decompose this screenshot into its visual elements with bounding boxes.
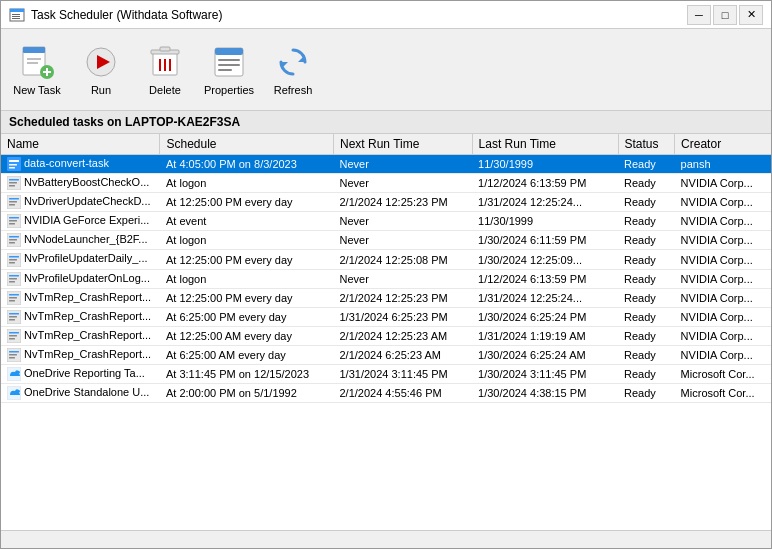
svg-rect-23 [218, 64, 240, 66]
task-last-run-cell: 11/30/1999 [472, 212, 618, 231]
delete-button[interactable]: Delete [133, 34, 197, 106]
task-schedule-cell: At 12:25:00 PM every day [160, 250, 334, 269]
task-name-text: NvProfileUpdaterDaily_... [24, 252, 148, 264]
task-last-run-cell: 1/30/2024 3:11:45 PM [472, 365, 618, 384]
task-status-cell: Ready [618, 193, 675, 212]
task-schedule-cell: At 6:25:00 AM every day [160, 345, 334, 364]
svg-rect-34 [9, 185, 15, 187]
svg-rect-24 [218, 69, 232, 71]
task-row-icon [7, 291, 21, 305]
svg-rect-21 [215, 48, 243, 55]
title-bar-left: Task Scheduler (Withdata Software) [9, 7, 222, 23]
svg-rect-68 [9, 351, 19, 353]
svg-rect-3 [12, 16, 20, 17]
task-next-run-cell: 2/1/2024 6:25:23 AM [334, 345, 473, 364]
task-row-icon [7, 214, 21, 228]
task-name-text: NvNodeLauncher_{B2F... [24, 233, 148, 245]
task-next-run-cell: 1/31/2024 6:25:23 PM [334, 307, 473, 326]
task-schedule-cell: At 6:25:00 PM every day [160, 307, 334, 326]
maximize-button[interactable]: □ [713, 5, 737, 25]
svg-rect-2 [12, 14, 20, 15]
col-header-last[interactable]: Last Run Time [472, 134, 618, 155]
table-row[interactable]: OneDrive Standalone U...At 2:00:00 PM on… [1, 384, 771, 403]
new-task-label: New Task [13, 84, 60, 96]
task-schedule-cell: At 2:00:00 PM on 5/1/1992 [160, 384, 334, 403]
main-window: Task Scheduler (Withdata Software) ─ □ ✕ [0, 0, 772, 549]
properties-button[interactable]: Properties [197, 34, 261, 106]
task-name-text: NvTmRep_CrashReport... [24, 291, 151, 303]
task-name-text: NVIDIA GeForce Experi... [24, 214, 149, 226]
svg-marker-25 [298, 55, 305, 62]
task-table-container[interactable]: Name Schedule Next Run Time Last Run Tim… [1, 134, 771, 530]
task-next-run-cell: Never [334, 155, 473, 174]
task-name-cell: NvProfileUpdaterDaily_... [1, 250, 160, 269]
svg-rect-44 [9, 236, 19, 238]
task-name-cell: NVIDIA GeForce Experi... [1, 212, 160, 231]
task-row-icon [7, 157, 21, 171]
refresh-label: Refresh [274, 84, 313, 96]
svg-rect-42 [9, 223, 15, 225]
svg-rect-38 [9, 204, 15, 206]
task-creator-cell: NVIDIA Corp... [675, 307, 771, 326]
col-header-status[interactable]: Status [618, 134, 675, 155]
svg-rect-46 [9, 242, 15, 244]
task-next-run-cell: Never [334, 231, 473, 250]
table-row[interactable]: NvTmRep_CrashReport...At 12:25:00 AM eve… [1, 326, 771, 345]
task-name-cell: NvTmRep_CrashReport... [1, 345, 160, 364]
table-row[interactable]: NvNodeLauncher_{B2F...At logonNever1/30/… [1, 231, 771, 250]
task-last-run-cell: 11/30/1999 [472, 155, 618, 174]
task-status-cell: Ready [618, 307, 675, 326]
task-name-cell: NvTmRep_CrashReport... [1, 307, 160, 326]
table-row[interactable]: NvBatteryBoostCheckO...At logonNever1/12… [1, 174, 771, 193]
refresh-button[interactable]: Refresh [261, 34, 325, 106]
task-last-run-cell: 1/30/2024 6:25:24 AM [472, 345, 618, 364]
task-row-icon [7, 272, 21, 286]
app-icon [9, 7, 25, 23]
task-name-text: OneDrive Reporting Ta... [24, 367, 145, 379]
table-row[interactable]: NvProfileUpdaterOnLog...At logonNever1/1… [1, 269, 771, 288]
task-last-run-cell: 1/12/2024 6:13:59 PM [472, 174, 618, 193]
task-schedule-cell: At 12:25:00 PM every day [160, 193, 334, 212]
close-button[interactable]: ✕ [739, 5, 763, 25]
table-row[interactable]: OneDrive Reporting Ta...At 3:11:45 PM on… [1, 365, 771, 384]
new-task-button[interactable]: New Task [5, 34, 69, 106]
col-header-next[interactable]: Next Run Time [334, 134, 473, 155]
svg-rect-1 [10, 9, 24, 12]
svg-rect-64 [9, 332, 19, 334]
table-row[interactable]: NvTmRep_CrashReport...At 6:25:00 AM ever… [1, 345, 771, 364]
svg-rect-32 [9, 179, 19, 181]
svg-rect-61 [9, 316, 17, 318]
task-name-text: NvBatteryBoostCheckO... [24, 176, 149, 188]
task-creator-cell: NVIDIA Corp... [675, 345, 771, 364]
task-status-cell: Ready [618, 212, 675, 231]
table-row[interactable]: NVIDIA GeForce Experi...At eventNever11/… [1, 212, 771, 231]
task-next-run-cell: 2/1/2024 12:25:23 PM [334, 193, 473, 212]
svg-rect-45 [9, 239, 17, 241]
task-schedule-cell: At logon [160, 269, 334, 288]
task-status-cell: Ready [618, 288, 675, 307]
task-schedule-cell: At logon [160, 174, 334, 193]
col-header-creator[interactable]: Creator [675, 134, 771, 155]
task-row-icon [7, 195, 21, 209]
task-last-run-cell: 1/31/2024 1:19:19 AM [472, 326, 618, 345]
task-creator-cell: NVIDIA Corp... [675, 269, 771, 288]
svg-rect-36 [9, 198, 19, 200]
svg-rect-56 [9, 294, 19, 296]
col-header-name[interactable]: Name [1, 134, 160, 155]
task-last-run-cell: 1/31/2024 12:25:24... [472, 288, 618, 307]
refresh-icon [275, 44, 311, 80]
task-schedule-cell: At 12:25:00 PM every day [160, 288, 334, 307]
task-status-cell: Ready [618, 345, 675, 364]
minimize-button[interactable]: ─ [687, 5, 711, 25]
properties-label: Properties [204, 84, 254, 96]
run-button[interactable]: Run [69, 34, 133, 106]
task-row-icon [7, 329, 21, 343]
table-row[interactable]: data-convert-taskAt 4:05:00 PM on 8/3/20… [1, 155, 771, 174]
col-header-schedule[interactable]: Schedule [160, 134, 334, 155]
table-row[interactable]: NvProfileUpdaterDaily_...At 12:25:00 PM … [1, 250, 771, 269]
table-row[interactable]: NvTmRep_CrashReport...At 12:25:00 PM eve… [1, 288, 771, 307]
task-row-icon [7, 176, 21, 190]
table-row[interactable]: NvTmRep_CrashReport...At 6:25:00 PM ever… [1, 307, 771, 326]
table-row[interactable]: NvDriverUpdateCheckD...At 12:25:00 PM ev… [1, 193, 771, 212]
section-header: Scheduled tasks on LAPTOP-KAE2F3SA [1, 111, 771, 134]
